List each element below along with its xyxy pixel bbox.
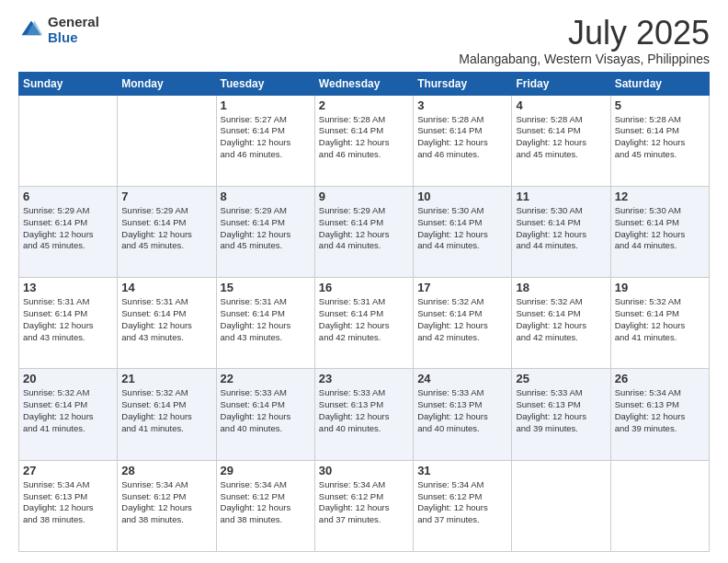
day-info: Sunrise: 5:29 AM Sunset: 6:14 PM Dayligh… bbox=[221, 205, 311, 252]
table-row: 20Sunrise: 5:32 AM Sunset: 6:14 PM Dayli… bbox=[19, 369, 118, 460]
day-info: Sunrise: 5:33 AM Sunset: 6:13 PM Dayligh… bbox=[516, 387, 606, 434]
table-row: 6Sunrise: 5:29 AM Sunset: 6:14 PM Daylig… bbox=[19, 186, 118, 277]
table-row: 15Sunrise: 5:31 AM Sunset: 6:14 PM Dayli… bbox=[216, 278, 314, 369]
day-number: 23 bbox=[319, 372, 409, 385]
day-number: 4 bbox=[516, 98, 606, 112]
table-row: 1Sunrise: 5:27 AM Sunset: 6:14 PM Daylig… bbox=[216, 95, 314, 186]
logo-text: General Blue bbox=[48, 15, 99, 45]
title-block: July 2025 Malangabang, Western Visayas, … bbox=[459, 15, 710, 66]
day-info: Sunrise: 5:34 AM Sunset: 6:12 PM Dayligh… bbox=[417, 479, 507, 526]
page: General Blue July 2025 Malangabang, West… bbox=[0, 0, 728, 563]
day-info: Sunrise: 5:28 AM Sunset: 6:14 PM Dayligh… bbox=[615, 114, 705, 161]
day-number: 12 bbox=[615, 190, 705, 203]
day-info: Sunrise: 5:28 AM Sunset: 6:14 PM Dayligh… bbox=[319, 114, 409, 161]
calendar-week-2: 6Sunrise: 5:29 AM Sunset: 6:14 PM Daylig… bbox=[19, 186, 710, 277]
day-info: Sunrise: 5:34 AM Sunset: 6:12 PM Dayligh… bbox=[121, 479, 211, 526]
header: General Blue July 2025 Malangabang, West… bbox=[18, 15, 710, 66]
day-info: Sunrise: 5:33 AM Sunset: 6:14 PM Dayligh… bbox=[221, 387, 311, 434]
day-number: 31 bbox=[417, 464, 507, 477]
table-row: 4Sunrise: 5:28 AM Sunset: 6:14 PM Daylig… bbox=[512, 95, 610, 186]
calendar-header-row: Sunday Monday Tuesday Wednesday Thursday… bbox=[19, 72, 710, 95]
table-row: 21Sunrise: 5:32 AM Sunset: 6:14 PM Dayli… bbox=[118, 369, 216, 460]
day-info: Sunrise: 5:28 AM Sunset: 6:14 PM Dayligh… bbox=[417, 114, 507, 161]
day-number: 21 bbox=[121, 372, 211, 385]
main-title: July 2025 bbox=[459, 15, 710, 52]
day-info: Sunrise: 5:32 AM Sunset: 6:14 PM Dayligh… bbox=[615, 296, 705, 343]
table-row: 5Sunrise: 5:28 AM Sunset: 6:14 PM Daylig… bbox=[610, 95, 709, 186]
table-row: 24Sunrise: 5:33 AM Sunset: 6:13 PM Dayli… bbox=[414, 369, 512, 460]
day-info: Sunrise: 5:29 AM Sunset: 6:14 PM Dayligh… bbox=[319, 205, 409, 252]
logo-blue-text: Blue bbox=[48, 30, 99, 46]
day-number: 26 bbox=[615, 372, 705, 385]
table-row: 10Sunrise: 5:30 AM Sunset: 6:14 PM Dayli… bbox=[414, 186, 512, 277]
header-saturday: Saturday bbox=[610, 72, 709, 95]
day-number: 14 bbox=[121, 281, 211, 294]
day-number: 13 bbox=[23, 281, 113, 294]
calendar-table: Sunday Monday Tuesday Wednesday Thursday… bbox=[18, 72, 710, 552]
day-info: Sunrise: 5:34 AM Sunset: 6:12 PM Dayligh… bbox=[319, 479, 409, 526]
day-info: Sunrise: 5:31 AM Sunset: 6:14 PM Dayligh… bbox=[221, 296, 311, 343]
day-number: 9 bbox=[319, 190, 409, 203]
day-info: Sunrise: 5:34 AM Sunset: 6:12 PM Dayligh… bbox=[221, 479, 311, 526]
day-number: 11 bbox=[516, 190, 606, 203]
day-info: Sunrise: 5:29 AM Sunset: 6:14 PM Dayligh… bbox=[23, 205, 113, 252]
table-row: 28Sunrise: 5:34 AM Sunset: 6:12 PM Dayli… bbox=[118, 460, 216, 551]
header-thursday: Thursday bbox=[414, 72, 512, 95]
day-number: 3 bbox=[417, 98, 507, 112]
header-wednesday: Wednesday bbox=[314, 72, 413, 95]
header-sunday: Sunday bbox=[19, 72, 118, 95]
day-info: Sunrise: 5:33 AM Sunset: 6:13 PM Dayligh… bbox=[319, 387, 409, 434]
table-row bbox=[19, 95, 118, 186]
day-info: Sunrise: 5:32 AM Sunset: 6:14 PM Dayligh… bbox=[417, 296, 507, 343]
header-friday: Friday bbox=[512, 72, 610, 95]
table-row: 26Sunrise: 5:34 AM Sunset: 6:13 PM Dayli… bbox=[610, 369, 709, 460]
calendar-week-1: 1Sunrise: 5:27 AM Sunset: 6:14 PM Daylig… bbox=[19, 95, 710, 186]
day-number: 8 bbox=[221, 190, 311, 203]
day-info: Sunrise: 5:34 AM Sunset: 6:13 PM Dayligh… bbox=[615, 387, 705, 434]
table-row: 27Sunrise: 5:34 AM Sunset: 6:13 PM Dayli… bbox=[19, 460, 118, 551]
table-row: 9Sunrise: 5:29 AM Sunset: 6:14 PM Daylig… bbox=[314, 186, 413, 277]
calendar-week-5: 27Sunrise: 5:34 AM Sunset: 6:13 PM Dayli… bbox=[19, 460, 710, 551]
day-number: 6 bbox=[23, 190, 113, 203]
day-number: 17 bbox=[417, 281, 507, 294]
table-row: 22Sunrise: 5:33 AM Sunset: 6:14 PM Dayli… bbox=[216, 369, 314, 460]
table-row bbox=[512, 460, 610, 551]
logo-icon bbox=[18, 17, 44, 43]
day-number: 2 bbox=[319, 98, 409, 112]
logo-general-text: General bbox=[48, 15, 99, 30]
day-info: Sunrise: 5:32 AM Sunset: 6:14 PM Dayligh… bbox=[23, 387, 113, 434]
day-info: Sunrise: 5:30 AM Sunset: 6:14 PM Dayligh… bbox=[417, 205, 507, 252]
day-info: Sunrise: 5:34 AM Sunset: 6:13 PM Dayligh… bbox=[23, 479, 113, 526]
day-info: Sunrise: 5:30 AM Sunset: 6:14 PM Dayligh… bbox=[516, 205, 606, 252]
table-row: 25Sunrise: 5:33 AM Sunset: 6:13 PM Dayli… bbox=[512, 369, 610, 460]
table-row: 30Sunrise: 5:34 AM Sunset: 6:12 PM Dayli… bbox=[314, 460, 413, 551]
table-row: 16Sunrise: 5:31 AM Sunset: 6:14 PM Dayli… bbox=[314, 278, 413, 369]
day-number: 20 bbox=[23, 372, 113, 385]
table-row: 8Sunrise: 5:29 AM Sunset: 6:14 PM Daylig… bbox=[216, 186, 314, 277]
table-row: 31Sunrise: 5:34 AM Sunset: 6:12 PM Dayli… bbox=[414, 460, 512, 551]
day-info: Sunrise: 5:32 AM Sunset: 6:14 PM Dayligh… bbox=[121, 387, 211, 434]
table-row bbox=[118, 95, 216, 186]
day-number: 5 bbox=[615, 98, 705, 112]
header-tuesday: Tuesday bbox=[216, 72, 314, 95]
day-number: 25 bbox=[516, 372, 606, 385]
table-row: 14Sunrise: 5:31 AM Sunset: 6:14 PM Dayli… bbox=[118, 278, 216, 369]
day-info: Sunrise: 5:28 AM Sunset: 6:14 PM Dayligh… bbox=[516, 114, 606, 161]
table-row: 12Sunrise: 5:30 AM Sunset: 6:14 PM Dayli… bbox=[610, 186, 709, 277]
subtitle: Malangabang, Western Visayas, Philippine… bbox=[459, 52, 710, 66]
day-info: Sunrise: 5:30 AM Sunset: 6:14 PM Dayligh… bbox=[615, 205, 705, 252]
table-row: 13Sunrise: 5:31 AM Sunset: 6:14 PM Dayli… bbox=[19, 278, 118, 369]
day-number: 15 bbox=[221, 281, 311, 294]
table-row: 2Sunrise: 5:28 AM Sunset: 6:14 PM Daylig… bbox=[314, 95, 413, 186]
calendar-week-4: 20Sunrise: 5:32 AM Sunset: 6:14 PM Dayli… bbox=[19, 369, 710, 460]
table-row: 18Sunrise: 5:32 AM Sunset: 6:14 PM Dayli… bbox=[512, 278, 610, 369]
day-number: 28 bbox=[121, 464, 211, 477]
table-row: 23Sunrise: 5:33 AM Sunset: 6:13 PM Dayli… bbox=[314, 369, 413, 460]
day-number: 16 bbox=[319, 281, 409, 294]
header-monday: Monday bbox=[118, 72, 216, 95]
table-row: 3Sunrise: 5:28 AM Sunset: 6:14 PM Daylig… bbox=[414, 95, 512, 186]
day-number: 18 bbox=[516, 281, 606, 294]
table-row: 29Sunrise: 5:34 AM Sunset: 6:12 PM Dayli… bbox=[216, 460, 314, 551]
logo: General Blue bbox=[18, 15, 99, 45]
table-row: 7Sunrise: 5:29 AM Sunset: 6:14 PM Daylig… bbox=[118, 186, 216, 277]
